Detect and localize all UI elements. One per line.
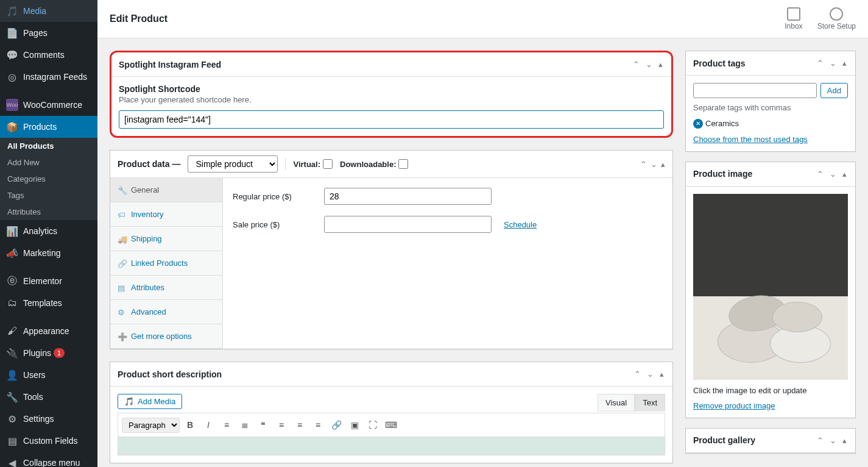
menu-collapse[interactable]: ◀Collapse menu bbox=[0, 452, 97, 467]
toggle-icon[interactable]: ▴ bbox=[841, 57, 848, 69]
image-title: Product image bbox=[693, 169, 752, 179]
menu-analytics[interactable]: 📊Analytics bbox=[0, 220, 97, 242]
shortcode-input[interactable] bbox=[119, 110, 664, 129]
menu-appearance[interactable]: 🖌Appearance bbox=[0, 320, 97, 342]
link-button[interactable]: 🔗 bbox=[328, 417, 344, 433]
move-up-icon[interactable]: ⌃ bbox=[632, 59, 641, 70]
collapse-icon: ◀ bbox=[6, 457, 18, 467]
product-type-select[interactable]: Simple product bbox=[188, 155, 278, 173]
short-desc-title: Product short description bbox=[118, 369, 222, 379]
submenu-categories[interactable]: Categories bbox=[0, 171, 97, 187]
menu-tools[interactable]: 🔧Tools bbox=[0, 386, 97, 408]
menu-elementor[interactable]: ⓔElementor bbox=[0, 270, 97, 292]
move-up-icon[interactable]: ⌃ bbox=[816, 435, 825, 446]
menu-marketing[interactable]: 📣Marketing bbox=[0, 242, 97, 264]
italic-button[interactable]: I bbox=[200, 417, 216, 433]
move-up-icon[interactable]: ⌃ bbox=[816, 57, 825, 69]
editor-tab-text[interactable]: Text bbox=[635, 394, 665, 412]
product-image[interactable] bbox=[693, 194, 848, 380]
remove-tag-icon[interactable]: ✕ bbox=[693, 119, 703, 129]
settings-icon: ⚙ bbox=[6, 413, 18, 425]
move-down-icon[interactable]: ⌄ bbox=[828, 168, 838, 180]
submenu-tags[interactable]: Tags bbox=[0, 187, 97, 204]
menu-custom-fields[interactable]: ▤Custom Fields bbox=[0, 430, 97, 452]
toggle-icon[interactable]: ▴ bbox=[657, 59, 664, 70]
remove-image-link[interactable]: Remove product image bbox=[693, 401, 775, 410]
editor-toolbar: Paragraph B I ≡ ≣ ❝ ≡ ≡ ≡ 🔗 ▣ ⛶ bbox=[118, 413, 665, 437]
topbar: Edit Product Inbox Store Setup bbox=[97, 0, 868, 38]
move-up-icon[interactable]: ⌃ bbox=[816, 168, 825, 180]
tab-inventory[interactable]: 🏷Inventory bbox=[110, 202, 222, 227]
align-center-button[interactable]: ≡ bbox=[292, 417, 308, 433]
move-down-icon[interactable]: ⌄ bbox=[646, 368, 655, 380]
menu-media[interactable]: 🎵Media bbox=[0, 0, 97, 22]
bold-button[interactable]: B bbox=[182, 417, 198, 433]
menu-comments[interactable]: 💬Comments bbox=[0, 44, 97, 66]
tab-more[interactable]: ➕Get more options bbox=[110, 324, 222, 349]
products-submenu: All Products Add New Categories Tags Att… bbox=[0, 138, 97, 220]
move-down-icon[interactable]: ⌄ bbox=[651, 160, 657, 169]
schedule-link[interactable]: Schedule bbox=[504, 220, 537, 229]
menu-instagram[interactable]: ◎Instagram Feeds bbox=[0, 66, 97, 88]
format-select[interactable]: Paragraph bbox=[122, 418, 180, 433]
inbox-button[interactable]: Inbox bbox=[785, 7, 802, 30]
move-down-icon[interactable]: ⌄ bbox=[828, 435, 838, 446]
most-used-tags-link[interactable]: Choose from the most used tags bbox=[693, 135, 808, 144]
sale-price-label: Sale price ($) bbox=[233, 220, 312, 229]
move-up-icon[interactable]: ⌃ bbox=[640, 160, 647, 169]
tab-linked[interactable]: 🔗Linked Products bbox=[110, 251, 222, 276]
submenu-add-new[interactable]: Add New bbox=[0, 154, 97, 171]
link-icon: 🔗 bbox=[118, 259, 126, 268]
move-down-icon[interactable]: ⌄ bbox=[644, 59, 654, 70]
fullscreen-button[interactable]: ⛶ bbox=[365, 417, 381, 433]
top-actions: Inbox Store Setup bbox=[785, 7, 856, 30]
add-media-button[interactable]: 🎵Add Media bbox=[118, 394, 182, 409]
tag-icon: 🏷 bbox=[118, 210, 126, 219]
quote-button[interactable]: ❝ bbox=[255, 417, 271, 433]
appearance-icon: 🖌 bbox=[6, 325, 18, 337]
menu-woocommerce[interactable]: WooWooCommerce bbox=[0, 94, 97, 116]
editor-tab-visual[interactable]: Visual bbox=[598, 394, 635, 412]
plugins-badge: 1 bbox=[54, 348, 65, 358]
align-right-button[interactable]: ≡ bbox=[310, 417, 326, 433]
virtual-checkbox[interactable] bbox=[323, 159, 333, 169]
more-button[interactable]: ▣ bbox=[347, 417, 362, 433]
submenu-attributes[interactable]: Attributes bbox=[0, 204, 97, 220]
regular-price-input[interactable] bbox=[324, 188, 492, 205]
woo-icon: Woo bbox=[6, 99, 18, 111]
menu-users[interactable]: 👤Users bbox=[0, 364, 97, 386]
align-left-button[interactable]: ≡ bbox=[273, 417, 289, 433]
gear-icon: ⚙ bbox=[118, 308, 126, 316]
tab-attributes[interactable]: ▤Attributes bbox=[110, 276, 222, 300]
tab-advanced[interactable]: ⚙Advanced bbox=[110, 300, 222, 324]
add-tag-button[interactable]: Add bbox=[820, 83, 848, 98]
downloadable-checkbox[interactable] bbox=[398, 159, 408, 169]
submenu-all-products[interactable]: All Products bbox=[0, 138, 97, 154]
list-icon: ▤ bbox=[118, 283, 126, 292]
product-data-tabs: 🔧General 🏷Inventory 🚚Shipping 🔗Linked Pr… bbox=[110, 178, 223, 349]
toggle-icon[interactable]: ▴ bbox=[661, 160, 665, 169]
tab-shipping[interactable]: 🚚Shipping bbox=[110, 227, 222, 251]
menu-pages[interactable]: 📄Pages bbox=[0, 22, 97, 44]
menu-plugins[interactable]: 🔌Plugins1 bbox=[0, 342, 97, 364]
bulletlist-button[interactable]: ≡ bbox=[219, 417, 235, 433]
comments-icon: 💬 bbox=[6, 49, 18, 61]
move-up-icon[interactable]: ⌃ bbox=[633, 368, 642, 380]
pages-icon: 📄 bbox=[6, 27, 18, 39]
toggle-icon[interactable]: ▴ bbox=[658, 368, 665, 380]
tag-input[interactable] bbox=[693, 83, 817, 98]
menu-settings[interactable]: ⚙Settings bbox=[0, 408, 97, 430]
menu-products[interactable]: 📦Products bbox=[0, 116, 97, 138]
sale-price-input[interactable] bbox=[324, 216, 492, 233]
editor-area[interactable] bbox=[118, 437, 665, 455]
store-setup-button[interactable]: Store Setup bbox=[817, 7, 856, 30]
menu-templates[interactable]: 🗂Templates bbox=[0, 292, 97, 314]
analytics-icon: 📊 bbox=[6, 225, 18, 237]
toolbar-toggle-button[interactable]: ⌨ bbox=[383, 417, 399, 433]
users-icon: 👤 bbox=[6, 369, 18, 381]
move-down-icon[interactable]: ⌄ bbox=[828, 57, 838, 69]
toggle-icon[interactable]: ▴ bbox=[841, 168, 848, 180]
toggle-icon[interactable]: ▴ bbox=[841, 435, 848, 446]
numberlist-button[interactable]: ≣ bbox=[237, 417, 253, 433]
tab-general[interactable]: 🔧General bbox=[110, 178, 222, 202]
